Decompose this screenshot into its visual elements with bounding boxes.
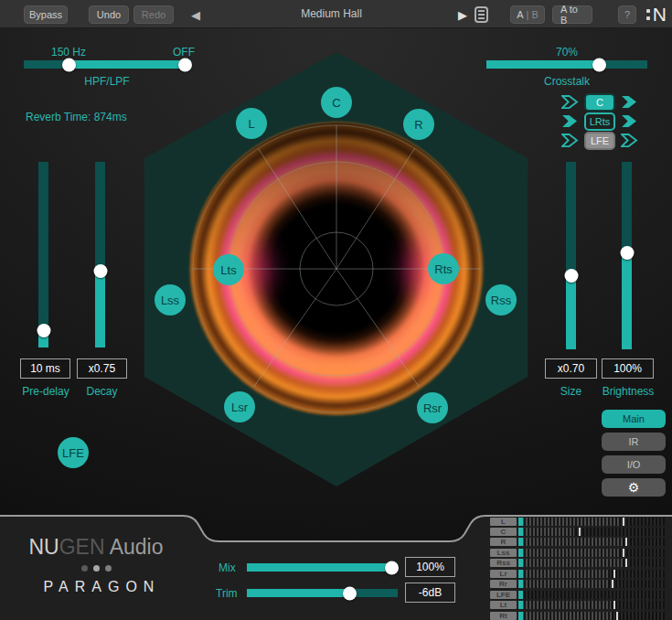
- mix-fill: [247, 563, 391, 572]
- help-button[interactable]: ?: [618, 5, 636, 24]
- speaker-node-r[interactable]: R: [403, 109, 434, 140]
- chevron-out-filled-icon[interactable]: [621, 95, 638, 109]
- mix-label: Mix: [219, 561, 236, 574]
- predelay-value[interactable]: 10 ms: [20, 358, 70, 379]
- meter-label: LFE: [490, 591, 517, 599]
- undo-button[interactable]: Undo: [89, 5, 129, 24]
- nugen-logo-n: N: [653, 4, 667, 26]
- preset-name[interactable]: Medium Hall: [256, 7, 407, 20]
- meter-peak-tick: [625, 559, 627, 567]
- reverb-time-readout: Reverb Time: 874ms: [26, 111, 181, 123]
- crosstalk-label: Crosstalk: [517, 75, 617, 88]
- hpf-handle[interactable]: [62, 58, 76, 71]
- chevron-in-hollow-icon[interactable]: [561, 134, 579, 147]
- speaker-node-l[interactable]: L: [236, 108, 267, 139]
- meter-row-c: C: [490, 528, 665, 536]
- meter-row-r: R: [490, 538, 665, 546]
- a-to-b-button[interactable]: A to B: [552, 5, 592, 24]
- view-button-ir[interactable]: IR: [602, 433, 666, 451]
- meter-track: [518, 612, 665, 620]
- speaker-node-lts[interactable]: Lts: [213, 254, 244, 285]
- routing-row-lrts: LRts: [556, 112, 644, 131]
- bypass-button[interactable]: Bypass: [24, 5, 68, 24]
- meter-track: [518, 570, 665, 578]
- size-value[interactable]: x0.70: [545, 358, 597, 379]
- size-fader[interactable]: [566, 162, 576, 349]
- ab-separator: |: [527, 9, 529, 20]
- routing-button-lrts[interactable]: LRts: [584, 112, 615, 131]
- meter-peak-tick: [579, 528, 581, 536]
- ab-compare-button[interactable]: A | B: [510, 5, 545, 24]
- view-button-io[interactable]: I/O: [602, 455, 666, 474]
- size-handle[interactable]: [564, 269, 578, 283]
- meter-row-rr: Rr: [490, 580, 665, 588]
- decay-fill: [95, 272, 105, 347]
- routing-button-c[interactable]: C: [584, 93, 615, 112]
- hpf-lpf-label: HPF/LPF: [57, 75, 157, 88]
- meter-row-lss: Lss: [490, 549, 665, 557]
- brightness-label: Brightness: [594, 385, 662, 398]
- hpf-value-label: 150 Hz: [41, 46, 96, 59]
- speaker-node-rts[interactable]: Rts: [428, 253, 459, 284]
- routing-button-lfe[interactable]: LFE: [584, 132, 615, 150]
- preset-prev-icon[interactable]: ◀: [187, 5, 205, 25]
- brightness-handle[interactable]: [620, 246, 634, 260]
- meter-peak-tick: [613, 601, 615, 609]
- predelay-handle[interactable]: [37, 324, 50, 337]
- decay-fader[interactable]: [95, 162, 105, 347]
- meter-label: Rr: [490, 580, 517, 588]
- redo-button[interactable]: Redo: [133, 5, 174, 24]
- chevron-out-filled-icon[interactable]: [621, 114, 638, 128]
- brightness-value[interactable]: 100%: [602, 358, 654, 379]
- brand-dots-icon: [27, 565, 165, 572]
- meter-label: Lss: [490, 549, 517, 557]
- meter-label: Rt: [490, 612, 517, 620]
- meter-track: [518, 559, 665, 567]
- meter-track: [518, 601, 665, 609]
- settings-button[interactable]: ⚙: [602, 478, 666, 497]
- speaker-node-c[interactable]: C: [321, 87, 352, 118]
- view-button-main[interactable]: Main: [602, 410, 666, 428]
- speaker-node-lfe[interactable]: LFE: [58, 437, 89, 468]
- preset-next-icon[interactable]: ▶: [453, 5, 472, 25]
- meter-track: [518, 528, 665, 536]
- brand-gen: GEN: [59, 535, 105, 559]
- ab-b-label: B: [532, 9, 539, 20]
- preset-menu-icon[interactable]: [475, 6, 488, 23]
- meter-track: [518, 538, 665, 546]
- predelay-label: Pre-delay: [17, 385, 74, 398]
- chevron-in-hollow-icon[interactable]: [561, 95, 579, 109]
- speaker-node-lsr[interactable]: Lsr: [224, 391, 255, 422]
- size-label: Size: [545, 385, 597, 398]
- chevron-in-filled-icon[interactable]: [561, 114, 579, 128]
- speaker-node-rsr[interactable]: Rsr: [417, 392, 448, 423]
- brightness-fader[interactable]: [622, 162, 632, 349]
- trim-slider[interactable]: [247, 589, 398, 597]
- meter-track: [518, 580, 665, 588]
- crosstalk-handle[interactable]: [592, 58, 606, 71]
- speaker-node-rss[interactable]: Rss: [485, 284, 517, 315]
- decay-label: Decay: [77, 385, 127, 398]
- product-name: PARAGON: [16, 579, 181, 595]
- brand-nu: NU: [28, 535, 59, 559]
- mix-handle[interactable]: [385, 561, 399, 574]
- meter-label: R: [490, 538, 517, 546]
- predelay-fader[interactable]: [38, 162, 48, 347]
- gear-icon: ⚙: [628, 480, 640, 495]
- hpf-lpf-slider[interactable]: [24, 60, 191, 69]
- meter-row-rss: Rss: [490, 559, 665, 567]
- paragon-plugin-window: Bypass Undo Redo ◀ Medium Hall ▶ A | B A…: [0, 0, 672, 620]
- meter-peak-tick: [612, 580, 613, 588]
- trim-value[interactable]: -6dB: [405, 583, 455, 603]
- decay-handle[interactable]: [93, 264, 107, 278]
- mix-value[interactable]: 100%: [405, 557, 455, 577]
- lpf-handle[interactable]: [178, 58, 192, 71]
- meter-peak-tick: [623, 549, 624, 557]
- meter-label: Lt: [490, 601, 517, 609]
- mix-slider[interactable]: [247, 563, 398, 572]
- trim-handle[interactable]: [343, 586, 357, 600]
- crosstalk-slider[interactable]: [486, 60, 647, 69]
- chevron-out-hollow-icon[interactable]: [621, 134, 638, 147]
- speaker-node-lss[interactable]: Lss: [155, 284, 186, 315]
- decay-value[interactable]: x0.75: [77, 358, 127, 379]
